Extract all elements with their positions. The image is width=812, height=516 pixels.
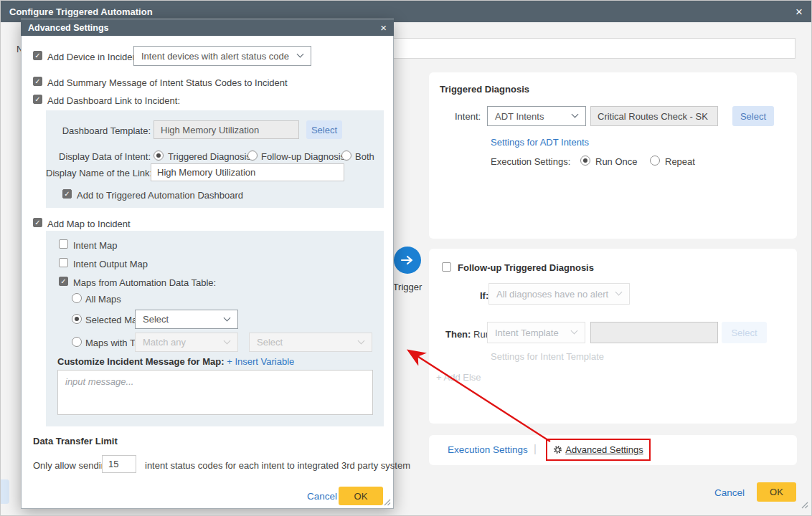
add-device-dropdown[interactable]: Intent devices with alert status code	[133, 46, 311, 66]
display-data-triggered-label: Triggered Diagnosis	[168, 151, 251, 162]
add-dashboard-label: Add Dashboard Link to Incident:	[47, 95, 180, 106]
resize-grip-icon[interactable]	[384, 499, 391, 506]
selected-maps-dropdown[interactable]: Select	[135, 310, 238, 329]
close-icon[interactable]: ×	[796, 6, 803, 18]
chevron-down-icon	[224, 314, 231, 321]
settings-for-intent-template-text: Settings for Intent Template	[491, 351, 604, 362]
configure-triggered-automation-dialog: Configure Triggered Automation × N Trigg…	[0, 0, 812, 516]
display-data-followup-label: Follow-up Diagnosis	[261, 151, 345, 162]
add-to-dashboard-checkbox[interactable]	[62, 189, 72, 199]
main-ok-button[interactable]: OK	[757, 482, 796, 502]
insert-variable-link[interactable]: + Insert Variable	[227, 356, 294, 367]
data-limit-suffix: intent status codes for each intent to i…	[145, 460, 410, 471]
chevron-down-icon	[358, 337, 365, 344]
tags-select-dropdown: Select	[249, 333, 372, 352]
followup-select-button: Select	[722, 322, 767, 343]
chevron-down-icon	[615, 289, 623, 296]
obscured-element-fragment	[1, 479, 9, 504]
close-icon[interactable]: ×	[380, 22, 387, 33]
advanced-settings-dialog: Advanced Settings × Add Device in Incide…	[21, 19, 394, 509]
intent-type-dropdown[interactable]: ADT Intents	[487, 106, 586, 126]
if-condition-dropdown[interactable]: All diagnoses have no alert	[488, 283, 630, 305]
adv-ok-button[interactable]: OK	[339, 487, 383, 505]
intent-value-field: Critical Routes Check - SK	[590, 106, 718, 126]
dashboard-template-select-button[interactable]: Select	[306, 120, 342, 139]
add-summary-label: Add Summary Message of Intent Status Cod…	[47, 77, 288, 88]
settings-links-bar: Execution Settings | Advanced Settings	[429, 435, 797, 465]
main-cancel-link[interactable]: Cancel	[714, 487, 745, 498]
followup-intent-value-field	[590, 322, 718, 343]
advanced-settings-highlight-box: Advanced Settings	[546, 439, 651, 461]
trigger-arrow-icon	[394, 247, 421, 274]
chevron-down-icon	[571, 328, 578, 335]
main-dialog-title: Configure Triggered Automation	[9, 6, 153, 17]
display-data-both-label: Both	[355, 151, 374, 162]
dashboard-link-panel: Dashboard Template: High Memory Utilizat…	[46, 110, 384, 208]
dashboard-template-label: Dashboard Template:	[46, 125, 151, 136]
advanced-settings-link[interactable]: Advanced Settings	[565, 444, 643, 455]
incident-message-textarea[interactable]	[57, 370, 373, 415]
intent-map-checkbox[interactable]	[59, 239, 68, 249]
followup-checkbox[interactable]	[442, 262, 451, 272]
run-once-radio[interactable]	[580, 156, 590, 166]
selected-maps-radio[interactable]	[72, 314, 82, 324]
add-dashboard-checkbox[interactable]	[33, 95, 42, 104]
display-data-followup-radio[interactable]	[247, 150, 258, 161]
trigger-label: Trigger	[391, 282, 424, 292]
display-name-label: Display Name of the Link:	[46, 168, 148, 178]
triggered-diagnosis-title: Triggered Diagnosis	[440, 84, 529, 95]
divider: |	[534, 443, 537, 454]
then-run-label: Then: Run	[445, 329, 491, 340]
repeat-radio[interactable]	[650, 156, 660, 166]
if-label: If:	[480, 290, 488, 301]
intent-template-dropdown[interactable]: Intent Template	[487, 322, 585, 343]
intent-output-map-checkbox[interactable]	[59, 258, 68, 267]
dashboard-template-field: High Memory Utilization	[154, 120, 299, 139]
intent-map-label: Intent Map	[73, 240, 117, 251]
data-transfer-limit-title: Data Transfer Limit	[33, 436, 118, 446]
add-device-label: Add Device in Incident:	[47, 52, 143, 62]
display-data-both-radio[interactable]	[341, 150, 351, 161]
repeat-label: Repeat	[665, 156, 695, 167]
all-maps-radio[interactable]	[72, 293, 82, 303]
display-data-triggered-radio[interactable]	[154, 150, 164, 161]
advanced-settings-titlebar: Advanced Settings ×	[21, 19, 394, 36]
followup-title: Follow-up Triggered Diagnosis	[458, 262, 594, 273]
gear-icon	[553, 445, 562, 454]
customize-message-label: Customize Incident Message for Map:	[57, 356, 225, 367]
execution-settings-link[interactable]: Execution Settings	[448, 444, 528, 455]
execution-settings-label: Execution Settings:	[491, 156, 570, 167]
maps-from-table-label: Maps from Automation Data Table:	[73, 277, 216, 288]
all-maps-label: All Maps	[85, 294, 121, 305]
adv-cancel-link[interactable]: Cancel	[307, 491, 337, 502]
run-once-label: Run Once	[595, 156, 638, 167]
chevron-down-icon	[572, 111, 579, 118]
customize-message-row: Customize Incident Message for Map: + In…	[57, 356, 294, 367]
add-map-label: Add Map to Incident	[47, 219, 131, 229]
add-map-panel: Intent Map Intent Output Map Maps from A…	[46, 231, 384, 426]
data-limit-input[interactable]	[102, 455, 136, 473]
maps-with-tags-radio[interactable]	[72, 337, 82, 347]
intent-select-button[interactable]: Select	[732, 106, 774, 126]
add-else-link: + Add Else	[436, 372, 481, 383]
settings-for-adt-intents-link[interactable]: Settings for ADT Intents	[491, 137, 589, 148]
add-to-dashboard-label: Add to Triggered Automation Dashboard	[77, 190, 243, 201]
maps-from-table-checkbox[interactable]	[59, 277, 68, 286]
intent-label: Intent:	[455, 111, 481, 122]
match-type-dropdown: Match any	[135, 333, 238, 352]
resize-grip-icon[interactable]	[801, 502, 808, 509]
display-data-label: Display Data of Intent:	[46, 151, 151, 162]
chevron-down-icon	[224, 337, 231, 344]
followup-diagnosis-card: Follow-up Triggered Diagnosis If: All di…	[429, 249, 797, 424]
add-device-checkbox[interactable]	[33, 51, 42, 60]
intent-output-map-label: Intent Output Map	[73, 259, 148, 269]
advanced-settings-title: Advanced Settings	[28, 23, 109, 33]
display-name-input[interactable]	[151, 163, 344, 181]
data-limit-prefix: Only allow sending	[33, 460, 111, 471]
add-map-checkbox[interactable]	[33, 218, 42, 227]
add-summary-checkbox[interactable]	[33, 77, 42, 86]
triggered-diagnosis-card: Triggered Diagnosis Intent: ADT Intents …	[429, 72, 797, 239]
chevron-down-icon	[297, 51, 304, 58]
